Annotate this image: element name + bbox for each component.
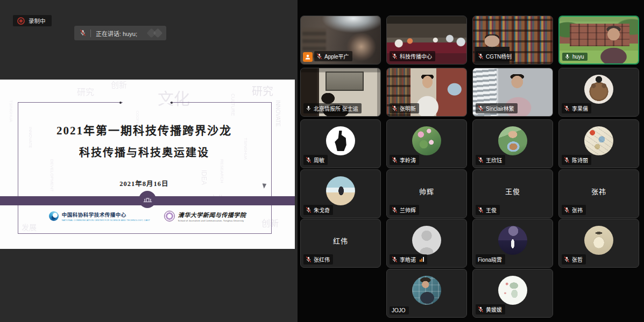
participant-name: huyu [572,54,584,60]
mic-icon [306,105,312,111]
participants-grid: Apple平广科技传播中心CGTN杨钊huyu北京情报所 张士运张明新Sincl… [298,0,644,322]
participant-name-bar: 北京情报所 张士运 [303,103,362,113]
participant-tile[interactable]: 北京情报所 张士运 [300,68,381,117]
muted-mic-icon [478,105,484,111]
muted-mic-icon [478,157,484,163]
participant-tile[interactable]: 朱戈奇 [300,169,381,218]
slide-title-line2: 科技传播与科技奥运建设 [18,144,271,160]
muted-mic-icon [392,53,398,59]
watermark-text: 创新 [111,81,127,89]
participant-name: 李果儒 [572,104,588,112]
muted-mic-icon [316,53,322,59]
participant-name-bar: Fiona晓霄 [476,254,505,264]
participant-name: 王俊 [486,206,497,214]
network-signal-icon [420,257,424,262]
cast-logo-icon [49,211,59,221]
participant-tile[interactable]: Apple平广 [300,16,381,65]
participant-tile[interactable]: 陈诗丽 [558,119,639,168]
participant-name: 李皓诺 [400,255,416,263]
watermark-text: 研究 [252,86,273,97]
divider [90,30,91,37]
participant-name: CGTN杨钊 [486,52,512,60]
participant-tile[interactable]: Fiona晓霄 [472,219,553,268]
org-cast: 中国科协科学技术传播中心 NATIONAL COMMUNICATION CENT… [49,211,150,221]
participant-tile[interactable]: 张明新 [386,68,467,117]
watermark-text: 研究 [77,88,94,97]
muted-mic-icon [564,105,570,111]
tsinghua-logo-icon [164,211,175,221]
muted-mic-icon [392,207,398,213]
avatar [326,176,355,205]
gate-emblem [139,191,156,208]
participant-tile[interactable]: JOJO [386,269,467,318]
muted-mic-icon [392,256,398,262]
participant-tile[interactable]: huyu [558,16,639,65]
avatar [412,276,441,305]
participant-tile[interactable]: 王欣钰 [472,119,553,168]
participant-tile[interactable]: 周敏 [300,119,381,168]
participant-name: Apple平广 [324,52,349,60]
participant-tile[interactable]: 科技传播中心 [386,16,467,65]
participant-name: 朱戈奇 [314,206,330,214]
muted-mic-icon [392,157,398,163]
muted-mic-icon [306,157,312,163]
avatar [412,226,441,255]
participant-name: 科技传播中心 [400,52,432,60]
participant-name: JOJO [392,307,406,313]
slide-date: 2021年8月16日 [18,178,271,188]
participant-name: 李岭涛 [400,156,416,164]
participant-tile[interactable]: 张祎张祎 [558,169,639,218]
watermark-text: INNOVATE [274,100,280,127]
slide-title-line1: 2021年第一期科技传播跨界沙龙 [18,121,271,138]
participant-tile[interactable]: 红伟张红伟 [300,219,381,268]
user-badge-icon [303,52,313,62]
participant-name-bar: CGTN杨钊 [476,51,515,61]
avatar [584,226,613,255]
frame-dot [119,102,122,104]
gate-icon [143,196,152,203]
participant-name: 张明新 [400,104,416,112]
participant-name: 黄媛媛 [486,305,502,313]
muted-mic-icon [564,157,570,163]
participant-tile[interactable]: 张哲 [558,219,639,268]
muted-mic-icon [478,306,484,312]
participant-tile[interactable]: 李果儒 [558,68,639,117]
muted-mic-icon [306,256,312,262]
participant-tile[interactable]: 王俊王俊 [472,169,553,218]
participant-name-bar: 王俊 [476,205,500,215]
participant-name-bar: 张祎 [562,205,586,215]
participant-name: 北京情报所 张士运 [314,104,358,112]
participant-name: 陈诗丽 [572,156,588,164]
participant-name-bar: 黄媛媛 [476,304,505,314]
participant-name: Fiona晓霄 [478,255,502,263]
participant-name-bar: 兰帅辉 [390,205,419,215]
initials-avatar: 红伟 [326,226,355,255]
participant-name-bar: 科技传播中心 [390,51,435,61]
participant-name-bar: 李岭涛 [390,155,419,165]
participant-tile[interactable]: CGTN杨钊 [472,16,553,65]
participant-tile[interactable]: 李岭涛 [386,119,467,168]
meeting-window: 录制中 正在讲话: huyu; 研究创新文化研究INNOVATECULTURET… [0,0,644,322]
participant-name-bar: JOJO [390,306,409,314]
participant-name-bar: 朱戈奇 [303,205,333,215]
participant-tile[interactable]: 帅辉兰帅辉 [386,169,467,218]
muted-mic-icon [306,207,312,213]
participant-name-bar: Sinclair林繁 [476,103,518,113]
participant-tile[interactable]: Sinclair林繁 [472,68,553,117]
avatar [412,126,441,155]
screen-share-pane: 录制中 正在讲话: huyu; 研究创新文化研究INNOVATECULTURET… [0,0,298,322]
participant-name-bar: 陈诗丽 [562,155,591,165]
org-tsinghua: 清华大学新闻与传播学院 School of Journalism and Com… [164,210,246,222]
participant-tile[interactable]: 黄媛媛 [472,269,553,318]
recording-label: 录制中 [29,17,46,25]
org-tsinghua-name: 清华大学新闻与传播学院 [178,210,246,219]
initials-avatar: 帅辉 [412,176,441,205]
participant-name: 兰帅辉 [400,206,416,214]
participant-name-bar: 周敏 [303,155,328,165]
muted-mic-icon [564,256,570,262]
avatar [584,126,613,155]
participant-tile[interactable]: 李皓诺 [386,219,467,268]
participant-name: 周敏 [314,156,324,164]
avatar [326,126,355,155]
participant-name-bar: 张红伟 [303,254,333,264]
